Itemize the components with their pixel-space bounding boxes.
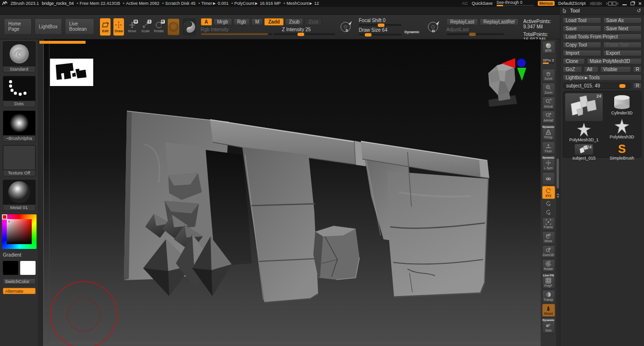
subpalette-header[interactable] [563, 250, 642, 259]
color-picker[interactable] [2, 214, 37, 249]
scrollbar-thumb[interactable] [557, 159, 559, 188]
shelf-button-xyz[interactable]: XYZ [542, 186, 555, 199]
alternate-button[interactable]: Alternate [3, 288, 36, 294]
export-button[interactable]: Export [603, 50, 642, 56]
subpalette-header[interactable] [563, 194, 642, 202]
subpalette-header[interactable] [563, 323, 642, 331]
goz-all-button[interactable]: All [584, 66, 598, 73]
tool-palette-header[interactable]: Tool ↺ [560, 7, 644, 15]
edit-mode-button[interactable]: Edit [100, 18, 111, 36]
material-selector[interactable]: Metal 01 [3, 180, 36, 211]
stroke-type-icon[interactable]: S [339, 19, 354, 35]
subpalette-header[interactable] [563, 161, 642, 170]
secondary-color-swatch[interactable] [20, 261, 36, 275]
active-tool-slider[interactable]: subject_015. 49 [563, 83, 631, 89]
shelf-button[interactable] [542, 172, 555, 185]
z-intensity-slider[interactable]: Z Intensity 25 [273, 27, 335, 35]
subpalette-header[interactable] [563, 178, 642, 186]
tool-thumb-polymesh3d[interactable] [614, 119, 630, 134]
lightbox-drag-bar[interactable] [39, 41, 86, 44]
shrink-shelves-icon[interactable] [590, 1, 602, 6]
live-boolean-button[interactable]: Live Boolean [65, 18, 95, 35]
save-button[interactable]: Save [563, 25, 601, 32]
tool-thumb-cylinder3d[interactable] [612, 94, 632, 110]
replay-last-rel-button[interactable]: ReplayLastRel [480, 18, 519, 25]
paste-tool-button[interactable]: Paste Tool [603, 42, 642, 48]
shelf-button-solo[interactable]: Dynamic Solo [542, 318, 555, 334]
subpalette-header[interactable] [563, 274, 642, 283]
close-icon[interactable]: ✕ [638, 1, 642, 6]
tool-r-button[interactable]: R [633, 83, 642, 89]
subpalette-header[interactable] [563, 234, 642, 242]
lightbox-button[interactable]: LightBox [35, 18, 62, 35]
shelf-button-zoom3d[interactable]: Zoom3D [542, 245, 555, 258]
shelf-button-ghost[interactable]: Ghost [542, 304, 555, 317]
menus-toggle[interactable]: Menus [538, 1, 555, 6]
clone-button[interactable]: Clone [563, 58, 585, 64]
current-material-button[interactable] [183, 18, 196, 36]
shelf-button-rotate[interactable]: Rotate [542, 259, 555, 272]
shelf-button-l-sym[interactable]: Dynamic L.Sym [542, 155, 555, 171]
tool-thumb-polymesh3d-1[interactable] [577, 123, 591, 136]
brush-selector[interactable]: Standard [3, 41, 36, 73]
subpalette-header[interactable] [563, 307, 642, 315]
switch-color-button[interactable]: SwitchColor [3, 278, 36, 284]
import-button[interactable]: Import [563, 50, 601, 56]
zadd-button[interactable]: Zadd [264, 18, 284, 25]
main-color-swatch[interactable] [3, 261, 18, 275]
restore-icon[interactable] [631, 2, 634, 5]
make-polymesh3d-button[interactable]: Make PolyMesh3D [587, 58, 642, 64]
shelf-scrollbar[interactable] [556, 39, 560, 346]
gradient-label[interactable]: Gradient [3, 252, 21, 258]
subpalette-header[interactable] [563, 242, 642, 250]
shelf-button-floor[interactable]: Floor [542, 141, 555, 154]
shelf-button-actual[interactable]: Actual [542, 97, 555, 110]
subpalette-header[interactable] [563, 218, 642, 226]
shelf-button-scroll[interactable]: Scroll [542, 69, 555, 82]
dynamic-label[interactable]: Dynamic [404, 30, 419, 34]
shelf-button[interactable]: Y [542, 200, 555, 208]
subpalette-header[interactable] [563, 291, 642, 299]
shelf-button-aahalf[interactable]: AAHalf [542, 111, 555, 124]
save-as-button[interactable]: Save As [603, 17, 642, 24]
shelf-button-bpr[interactable]: BPR [542, 41, 555, 54]
subpalette-header[interactable] [563, 259, 642, 267]
subpalette-header[interactable] [563, 299, 642, 307]
tool-thumb-subject[interactable]: 24 [565, 93, 603, 121]
shelf-button-polyf[interactable]: Line Fill PolyF [542, 273, 555, 289]
shelf-button-persp[interactable]: Dynamic Persp [542, 124, 555, 140]
current-brush-button[interactable] [167, 18, 180, 36]
rgb-intensity-slider[interactable]: Rgb Intensity [201, 27, 272, 35]
quicksave-button[interactable]: QuickSave [472, 1, 493, 6]
subpalette-header[interactable] [563, 266, 642, 274]
subpalette-header[interactable] [563, 202, 642, 210]
copy-tool-button[interactable]: Copy Tool [563, 42, 601, 48]
save-next-button[interactable]: Save Next [603, 25, 642, 32]
scroll-up-icon[interactable] [557, 193, 559, 195]
subpalette-header[interactable] [563, 170, 642, 178]
rgb-button[interactable]: Rgb [234, 18, 250, 25]
shelf-button-move[interactable]: Move [542, 231, 555, 244]
move-mode-button[interactable]: M Move [127, 18, 137, 36]
goz-button[interactable]: GoZ [563, 66, 582, 73]
subpalette-header[interactable] [563, 210, 642, 218]
sculpt-center-rock[interactable] [313, 226, 359, 280]
subpalette-header[interactable] [563, 315, 642, 323]
load-tool-button[interactable]: Load Tool [563, 17, 601, 24]
alpha-channel-button[interactable]: A [201, 18, 212, 25]
draw-mode-button[interactable]: Draw [113, 18, 124, 36]
replay-stroke-icon[interactable]: D [426, 19, 442, 35]
draw-size-slider[interactable]: Draw Size 64 [359, 28, 402, 36]
zcut-button[interactable]: Zcut [305, 18, 322, 25]
shelf-button-spix-3[interactable]: SPix 3 [542, 55, 555, 68]
default-zscript-button[interactable]: DefaultZScript [558, 1, 586, 6]
shelf-button-zoom[interactable]: Zoom [542, 83, 555, 96]
alpha-selector[interactable]: ~BrushAlpha [3, 111, 36, 142]
shelf-button[interactable]: Z [542, 209, 555, 216]
reset-palette-icon[interactable]: ↺ [637, 8, 641, 14]
viewport[interactable] [38, 39, 541, 346]
home-page-button[interactable]: Home Page [4, 18, 32, 35]
m-button[interactable]: M [251, 18, 263, 25]
lightbox-tools-button[interactable]: Lightbox►Tools [563, 74, 642, 81]
adjust-last-slider[interactable]: AdjustLast [446, 27, 504, 35]
